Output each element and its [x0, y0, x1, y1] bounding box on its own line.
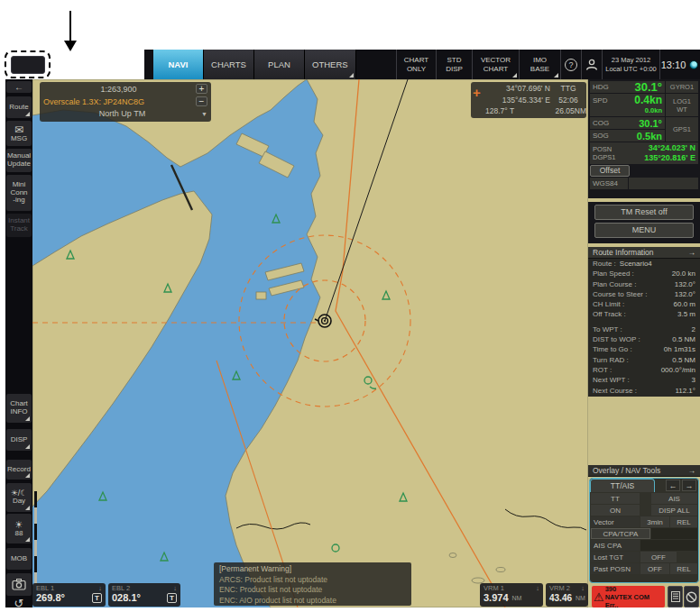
tm-menu-block: TM Reset off MENU [588, 202, 700, 243]
past-posn-toggle[interactable]: OFF [640, 563, 669, 574]
undo-button[interactable]: ↺ [6, 598, 32, 607]
vector-label: Vector [591, 516, 640, 527]
day-night-button[interactable]: ☀/☾ Day [6, 483, 32, 512]
ais-disp-all-button[interactable]: DISP ALL [651, 505, 697, 516]
chart-scale-value: 1:263,900 [43, 85, 194, 94]
tt-on-button[interactable]: ON [591, 505, 640, 516]
alert-bar[interactable]: ⚠ 390 NAVTEX COM Err.. [592, 586, 665, 607]
msg-button[interactable]: ✉ MSG [6, 121, 32, 146]
pin-icon[interactable]: ↓ [98, 584, 102, 592]
offset-button[interactable]: Offset [590, 165, 630, 177]
vector-chart-button[interactable]: VECTOR CHART [472, 50, 519, 79]
instant-track-button: Instant Track [6, 214, 32, 237]
lost-tgt-label: Lost TGT [591, 552, 640, 562]
cog-readout: COG 30.1° [590, 117, 665, 129]
help-button[interactable]: ? [560, 50, 581, 79]
chart-info-button[interactable]: Chart INFO [6, 394, 32, 423]
cpa-value-cell [651, 528, 697, 539]
record-button[interactable]: Record [6, 460, 32, 480]
hdg-readout: HDG 30.1° [590, 81, 665, 93]
true-bearing-toggle[interactable]: T [92, 593, 102, 603]
tab-tt-ais[interactable]: TT/AIS [590, 479, 655, 492]
nav-data-panel: HDG 30.1° GYRO1 SPD 0.4kn 0.0kn LOG1 WT [588, 79, 700, 198]
mob-button[interactable]: MOB [6, 548, 32, 570]
alert-text: NAVTEX COM Err.. [605, 593, 663, 609]
curved-arrow-icon: ↺ [14, 598, 24, 609]
posn-readout: POSN DGPS1 34°24.023' N 135°20.816' E [590, 142, 698, 164]
tab-others[interactable]: OTHERS [305, 50, 356, 79]
std-disp-button[interactable]: STD DISP [436, 50, 472, 79]
date-display[interactable]: 23 May 2012 Local UTC +0:00 [602, 50, 659, 79]
spd-source[interactable]: LOG1 WT [666, 94, 698, 116]
cog-sog-source[interactable]: GPS1 [666, 117, 698, 142]
zoom-in-button[interactable]: + [196, 84, 207, 94]
warning-line: ENC: AIO product list not uptodate [219, 596, 406, 607]
prev-tab-button[interactable]: ← [666, 480, 680, 491]
vector-time-button[interactable]: 3min [640, 516, 669, 527]
vrm1-panel[interactable]: VRM 1↓ 3.974NM [480, 583, 543, 607]
chart-only-button[interactable]: CHART ONLY [396, 50, 436, 79]
ais-cpa-value-cell [640, 540, 697, 551]
cursor-lon: 135°45.334' E [485, 95, 550, 106]
alert-silence-button[interactable] [684, 586, 699, 607]
zoom-out-button[interactable]: − [196, 96, 207, 106]
tab-plan[interactable]: PLAN [254, 50, 305, 79]
user-settings-button[interactable] [581, 50, 602, 79]
clock-display: 13:10 [659, 50, 686, 79]
annotation-arrow-head [64, 41, 77, 51]
next-tab-button[interactable]: → [682, 480, 696, 491]
pin-icon[interactable]: ↓ [173, 584, 177, 592]
highlighted-silence-button[interactable] [11, 56, 45, 74]
vrm2-panel[interactable]: VRM 2↓ 43.46NM [546, 583, 588, 607]
tt-ais-panel: TT/AIS ← → TT AIS ON DISP ALL [589, 478, 699, 583]
route-button[interactable]: Route [6, 96, 32, 118]
ebl2-panel[interactable]: EBL 2↓ 028.1°T [108, 583, 180, 607]
panel-expand-icon[interactable]: → [688, 248, 696, 257]
collapse-sidebar-button[interactable]: ← [6, 81, 32, 93]
status-indicator [686, 50, 700, 79]
ttg-value: 52:06 [550, 95, 586, 106]
past-posn-label: Past POSN [591, 563, 640, 574]
arrow-left-icon: ← [669, 481, 677, 490]
screenshot-button[interactable] [6, 573, 32, 596]
cpa-tcpa-button[interactable]: CPA/TCPA [591, 528, 650, 539]
sog-readout: SOG 0.5kn [590, 130, 665, 142]
cursor-info-panel: + 34°07.696' N TTG 135°45.334' E 52:06 1… [471, 82, 586, 118]
help-icon: ? [565, 59, 577, 71]
chart-canvas[interactable] [32, 79, 588, 607]
brilliance-button[interactable]: ☀ 88 [6, 514, 32, 543]
pin-icon[interactable]: ↓ [536, 584, 539, 592]
disp-button[interactable]: DISP [6, 429, 32, 451]
tab-charts[interactable]: CHARTS [204, 50, 254, 79]
warning-line: [Permanent Warning] [219, 564, 406, 575]
true-bearing-toggle[interactable]: T [167, 593, 177, 603]
route-information-panel: Route Information → Route :Scenario4 Pla… [588, 247, 700, 397]
alert-list-button[interactable] [668, 586, 683, 607]
vector-mode-button[interactable]: REL [670, 516, 697, 527]
prohibit-icon [686, 591, 697, 603]
power-led-icon [689, 60, 698, 69]
imo-base-button[interactable]: IMO BASE [519, 50, 560, 79]
hdg-source[interactable]: GYRO1 [666, 81, 698, 93]
ttg-label: TTG [550, 83, 586, 95]
chevron-down-icon[interactable]: ▼ [201, 111, 207, 117]
menu-button[interactable]: MENU [594, 223, 694, 238]
tab-navi[interactable]: NAVI [153, 50, 204, 79]
sun-icon: ☀ [14, 520, 23, 530]
ebl1-panel[interactable]: EBL 1↓ 269.8°T [32, 583, 106, 607]
lost-tgt-toggle[interactable]: OFF [640, 552, 677, 562]
user-icon [585, 58, 599, 72]
envelope-icon: ✉ [14, 124, 23, 135]
list-icon [671, 591, 680, 602]
orientation-mode[interactable]: North Up TM [43, 109, 201, 118]
warning-line: ARCS: Product list not uptodate [219, 575, 406, 586]
chart-area[interactable]: 1:263,900 + Overscale 1.3X: JP24NC8G − N… [32, 79, 588, 607]
manual-update-button[interactable]: Manual Update [6, 149, 32, 172]
past-posn-mode-button[interactable]: REL [670, 563, 697, 574]
tm-reset-button[interactable]: TM Reset off [594, 205, 694, 220]
mini-conning-button[interactable]: Mini Conn -ing [6, 175, 32, 211]
left-sidebar: ← Route ✉ MSG Manual Update Mini Conn -i… [5, 79, 32, 607]
pin-icon[interactable]: ↓ [581, 584, 585, 592]
ais-column-header: AIS [651, 493, 697, 504]
panel-expand-icon[interactable]: → [688, 466, 696, 475]
